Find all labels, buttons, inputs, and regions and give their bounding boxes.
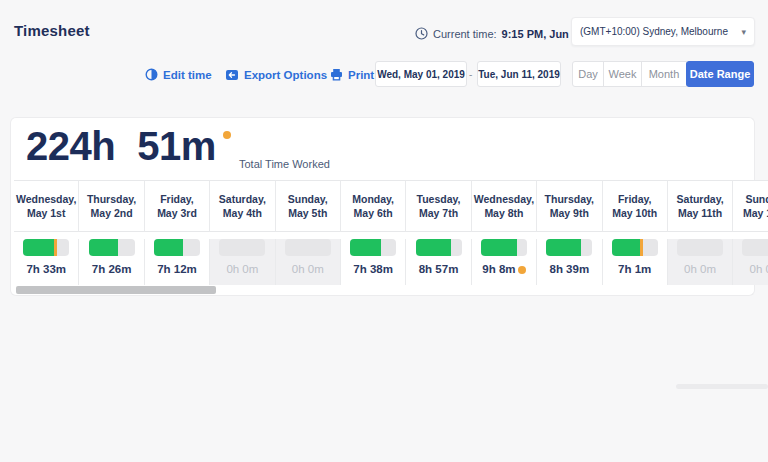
- day-header: Thursday,May 9th: [537, 180, 602, 232]
- day-weekday: Wednesday,: [474, 192, 534, 206]
- day-progress-bar: [89, 239, 135, 256]
- day-date: May 6th: [354, 206, 393, 220]
- bar-fill: [154, 239, 183, 256]
- day-bar-cell[interactable]: 9h 8m: [472, 239, 537, 285]
- chevron-down-icon: ▾: [741, 27, 746, 37]
- summary-card: 224h 51m Total Time Worked: [10, 117, 755, 180]
- view-button-week[interactable]: Week: [603, 61, 642, 87]
- day-time-text: 0h 0m: [750, 263, 768, 275]
- day-header: Friday,May 3rd: [145, 180, 210, 232]
- total-time-worked-label: Total Time Worked: [239, 158, 330, 170]
- day-weekday: Tuesday,: [417, 192, 461, 206]
- day-time-value: 7h 33m: [14, 263, 78, 275]
- day-time-text: 0h 0m: [226, 263, 258, 275]
- day-header: Friday,May 10th: [603, 180, 668, 232]
- day-column: Friday,May 3rd7h 12m: [145, 180, 210, 285]
- day-time-value: 0h 0m: [276, 263, 340, 275]
- day-progress-bar: [219, 239, 265, 256]
- clock-icon: [415, 27, 428, 42]
- bar-fill: [416, 239, 452, 256]
- day-column: Saturday,May 4th0h 0m: [210, 180, 275, 285]
- day-header: Saturday,May 11th: [668, 180, 733, 232]
- day-time-value: 8h 39m: [537, 263, 601, 275]
- day-date: May 11th: [678, 206, 722, 220]
- day-header: Monday,May 6th: [341, 180, 406, 232]
- day-column: Thursday,May 9th8h 39m: [537, 180, 602, 285]
- bar-fill: [89, 239, 119, 256]
- toolbar: Edit time Export Options Print Wed, May …: [0, 61, 768, 88]
- day-column: Wednesday,May 8th9h 8m: [472, 180, 537, 285]
- day-progress-bar: [481, 239, 527, 256]
- timezone-selected-value: (GMT+10:00) Sydney, Melbourne: [580, 26, 728, 37]
- day-column: Sunday,May 12th0h 0m: [733, 180, 768, 285]
- day-header: Saturday,May 4th: [210, 180, 275, 232]
- day-date: May 5th: [288, 206, 327, 220]
- day-bar-cell[interactable]: 0h 0m: [668, 239, 733, 285]
- day-bar-cell[interactable]: 7h 38m: [341, 239, 406, 285]
- edit-time-icon: [145, 68, 158, 81]
- day-date: May 4th: [223, 206, 262, 220]
- bar-fill: [350, 239, 380, 256]
- day-column: Thursday,May 2nd7h 26m: [79, 180, 144, 285]
- day-progress-bar: [350, 239, 396, 256]
- day-time-value: 0h 0m: [210, 263, 274, 275]
- day-time-text: 0h 0m: [684, 263, 716, 275]
- export-options-button[interactable]: Export Options: [225, 61, 341, 88]
- print-label: Print: [348, 69, 374, 81]
- day-weekday: Thursday,: [87, 192, 136, 206]
- day-weekday: Friday,: [160, 192, 194, 206]
- day-date: May 8th: [484, 206, 523, 220]
- day-column: Friday,May 10th7h 1m: [603, 180, 668, 285]
- day-time-value: 8h 57m: [406, 263, 470, 275]
- day-bar-cell[interactable]: 7h 26m: [79, 239, 144, 285]
- horizontal-scrollbar-thumb[interactable]: [16, 286, 216, 294]
- day-progress-bar: [285, 239, 331, 256]
- date-from-input[interactable]: Wed, May 01, 2019: [375, 61, 467, 87]
- total-time-worked: 224h 51m: [26, 124, 216, 169]
- day-time-value: 0h 0m: [733, 263, 768, 275]
- day-bar-cell[interactable]: 7h 1m: [603, 239, 668, 285]
- view-button-date-range[interactable]: Date Range: [686, 61, 754, 87]
- day-time-text: 8h 39m: [550, 263, 590, 275]
- edit-time-button[interactable]: Edit time: [145, 61, 212, 88]
- total-hours: 224h: [26, 124, 115, 169]
- day-time-text: 7h 33m: [26, 263, 66, 275]
- day-date: May 7th: [419, 206, 458, 220]
- date-to-input[interactable]: Tue, Jun 11, 2019: [477, 61, 561, 87]
- day-bar-cell[interactable]: 0h 0m: [210, 239, 275, 285]
- day-header: Wednesday,May 8th: [472, 180, 537, 232]
- day-progress-bar: [546, 239, 592, 256]
- day-weekday: Sunday,: [745, 192, 768, 206]
- horizontal-scrollbar-track[interactable]: [10, 285, 755, 296]
- day-time-value: 7h 26m: [79, 263, 143, 275]
- day-weekday: Saturday,: [219, 192, 266, 206]
- bar-fill: [612, 239, 640, 256]
- day-progress-bar: [677, 239, 723, 256]
- day-bar-cell[interactable]: 7h 12m: [145, 239, 210, 285]
- day-bar-cell[interactable]: 0h 0m: [733, 239, 768, 285]
- day-weekday: Friday,: [618, 192, 652, 206]
- day-time-text: 7h 1m: [618, 263, 651, 275]
- day-progress-bar: [154, 239, 200, 256]
- print-button[interactable]: Print: [330, 61, 374, 88]
- day-bar-cell[interactable]: 8h 57m: [406, 239, 471, 285]
- day-date: May 1st: [27, 206, 66, 220]
- day-time-text: 7h 26m: [92, 263, 132, 275]
- day-header: Thursday,May 2nd: [79, 180, 144, 232]
- view-button-day[interactable]: Day: [572, 61, 604, 87]
- day-header: Sunday,May 12th: [733, 180, 768, 232]
- day-bar-cell[interactable]: 0h 0m: [276, 239, 341, 285]
- day-time-value: 9h 8m: [472, 263, 536, 275]
- day-bar-cell[interactable]: 8h 39m: [537, 239, 602, 285]
- day-date: May 10th: [612, 206, 657, 220]
- view-button-month[interactable]: Month: [641, 61, 687, 87]
- day-time-text: 7h 38m: [353, 263, 393, 275]
- day-column: Sunday,May 5th0h 0m: [276, 180, 341, 285]
- day-bar-cell[interactable]: 7h 33m: [14, 239, 79, 285]
- day-time-text: 8h 57m: [419, 263, 459, 275]
- timezone-dropdown[interactable]: (GMT+10:00) Sydney, Melbourne ▾: [571, 17, 755, 46]
- export-options-label: Export Options: [244, 69, 327, 81]
- current-time-label: Current time:: [433, 28, 497, 40]
- warning-icon: [518, 266, 526, 274]
- warning-icon: [223, 131, 231, 139]
